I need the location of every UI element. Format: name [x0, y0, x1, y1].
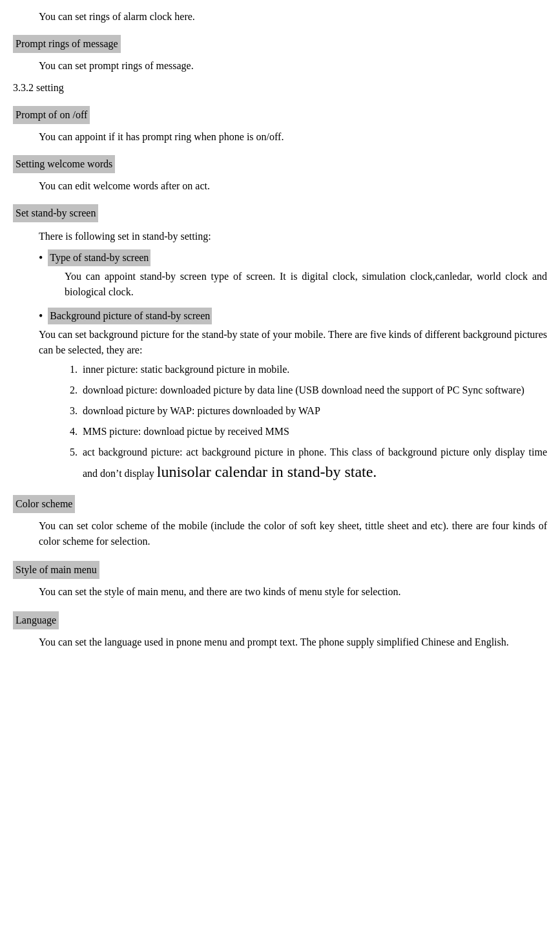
prompt-onoff-text: You can appoint if it has prompt ring wh…: [39, 129, 547, 145]
list-item: 1. inner picture: static background pict…: [65, 362, 547, 377]
prompt-onoff-heading-block: Prompt of on /off: [13, 101, 547, 127]
prompt-rings-heading: Prompt rings of message: [13, 35, 121, 53]
type-standby-heading: Type of stand-by screen: [48, 249, 150, 266]
list-item: 3. download picture by WAP: pictures dow…: [65, 403, 547, 419]
bg-picture-heading: Background picture of stand-by screen: [48, 308, 212, 324]
main-menu-text: You can set the style of main menu, and …: [39, 584, 547, 600]
bullet-bg-picture: • Background picture of stand-by screen: [39, 308, 547, 324]
bullet-dot-2: •: [39, 310, 43, 322]
alarm-intro: You can set rings of alarm clock here.: [39, 9, 547, 25]
welcome-words-text: You can edit welcome words after on act.: [39, 178, 547, 194]
setting-332: 3.3.2 setting: [13, 80, 547, 96]
page-content: You can set rings of alarm clock here. P…: [13, 9, 547, 650]
color-scheme-text: You can set color scheme of the mobile (…: [39, 518, 547, 549]
list-item: 4. MMS picture: download pictue by recei…: [65, 424, 547, 439]
bullet-type-standby: • Type of stand-by screen: [39, 249, 547, 266]
main-menu-heading-block: Style of main menu: [13, 556, 547, 582]
language-heading: Language: [13, 611, 59, 629]
color-scheme-heading: Color scheme: [13, 495, 75, 513]
standby-screen-heading: Set stand-by screen: [13, 204, 98, 222]
bg-picture-intro: You can set background picture for the s…: [39, 327, 547, 358]
language-heading-block: Language: [13, 606, 547, 632]
welcome-words-heading-block: Setting welcome words: [13, 150, 547, 176]
main-menu-heading: Style of main menu: [13, 561, 99, 579]
color-scheme-heading-block: Color scheme: [13, 490, 547, 516]
type-standby-text: You can appoint stand-by screen type of …: [65, 269, 547, 300]
prompt-onoff-heading: Prompt of on /off: [13, 106, 90, 124]
standby-intro: There is following set in stand-by setti…: [39, 229, 547, 244]
prompt-rings-text: You can set prompt rings of message.: [39, 58, 547, 74]
bullet-dot-1: •: [39, 252, 43, 264]
language-text: You can set the language used in pnone m…: [39, 635, 547, 650]
numbered-list: 1. inner picture: static background pict…: [65, 362, 547, 483]
standby-screen-heading-block: Set stand-by screen: [13, 199, 547, 225]
large-text: lunisolar calendar in stand-by state.: [157, 463, 377, 480]
list-item: 2. download picture: downloaded picture …: [65, 383, 547, 398]
list-item: 5. act background picture: act backgroun…: [65, 445, 547, 483]
prompt-rings-heading-block: Prompt rings of message: [13, 30, 547, 56]
welcome-words-heading: Setting welcome words: [13, 155, 115, 173]
